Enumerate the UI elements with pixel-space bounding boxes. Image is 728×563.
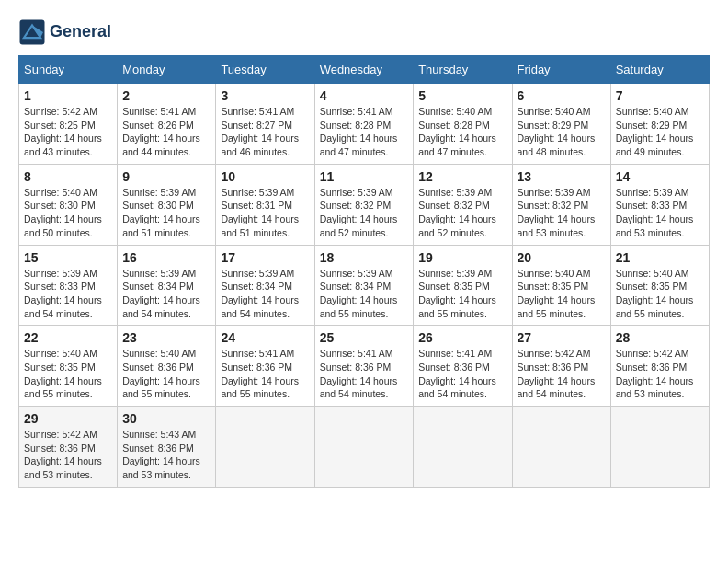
day-info: Sunrise: 5:39 AM Sunset: 8:32 PM Dayligh…	[320, 186, 409, 240]
day-info: Sunrise: 5:39 AM Sunset: 8:32 PM Dayligh…	[418, 186, 506, 240]
calendar-week-4: 22 Sunrise: 5:40 AM Sunset: 8:35 PM Dayl…	[19, 326, 710, 407]
calendar-cell: 14 Sunrise: 5:39 AM Sunset: 8:33 PM Dayl…	[610, 164, 709, 245]
weekday-header-sunday: Sunday	[19, 56, 118, 84]
calendar-cell: 5 Sunrise: 5:40 AM Sunset: 8:28 PM Dayli…	[414, 84, 512, 165]
calendar-cell: 7 Sunrise: 5:40 AM Sunset: 8:29 PM Dayli…	[610, 84, 709, 165]
day-number: 18	[320, 250, 409, 265]
calendar-cell	[314, 407, 414, 488]
calendar-cell: 1 Sunrise: 5:42 AM Sunset: 8:25 PM Dayli…	[19, 84, 118, 165]
day-info: Sunrise: 5:41 AM Sunset: 8:26 PM Dayligh…	[122, 105, 210, 159]
calendar-cell: 29 Sunrise: 5:42 AM Sunset: 8:36 PM Dayl…	[19, 407, 118, 488]
day-info: Sunrise: 5:41 AM Sunset: 8:36 PM Dayligh…	[320, 347, 409, 401]
day-number: 20	[518, 250, 606, 265]
day-number: 2	[122, 88, 210, 103]
day-info: Sunrise: 5:40 AM Sunset: 8:35 PM Dayligh…	[518, 267, 606, 321]
calendar-cell: 19 Sunrise: 5:39 AM Sunset: 8:35 PM Dayl…	[414, 245, 512, 326]
calendar-cell: 30 Sunrise: 5:43 AM Sunset: 8:36 PM Dayl…	[118, 407, 216, 488]
day-info: Sunrise: 5:39 AM Sunset: 8:34 PM Dayligh…	[320, 267, 409, 321]
day-number: 21	[616, 250, 704, 265]
day-number: 11	[320, 169, 409, 184]
calendar-cell: 16 Sunrise: 5:39 AM Sunset: 8:34 PM Dayl…	[118, 245, 216, 326]
day-info: Sunrise: 5:40 AM Sunset: 8:29 PM Dayligh…	[616, 105, 704, 159]
calendar-week-1: 1 Sunrise: 5:42 AM Sunset: 8:25 PM Dayli…	[19, 84, 710, 165]
logo: General	[18, 18, 111, 46]
calendar-cell: 10 Sunrise: 5:39 AM Sunset: 8:31 PM Dayl…	[216, 164, 314, 245]
day-number: 23	[122, 330, 210, 345]
day-number: 14	[616, 169, 704, 184]
weekday-header-saturday: Saturday	[610, 56, 709, 84]
calendar-cell: 11 Sunrise: 5:39 AM Sunset: 8:32 PM Dayl…	[314, 164, 414, 245]
calendar-cell: 22 Sunrise: 5:40 AM Sunset: 8:35 PM Dayl…	[19, 326, 118, 407]
weekday-header-monday: Monday	[118, 56, 216, 84]
calendar-cell: 27 Sunrise: 5:42 AM Sunset: 8:36 PM Dayl…	[512, 326, 610, 407]
day-info: Sunrise: 5:42 AM Sunset: 8:25 PM Dayligh…	[24, 105, 112, 159]
calendar-cell: 8 Sunrise: 5:40 AM Sunset: 8:30 PM Dayli…	[19, 164, 118, 245]
calendar-cell: 12 Sunrise: 5:39 AM Sunset: 8:32 PM Dayl…	[414, 164, 512, 245]
day-number: 9	[122, 169, 210, 184]
day-info: Sunrise: 5:40 AM Sunset: 8:30 PM Dayligh…	[24, 186, 112, 240]
day-number: 30	[122, 411, 210, 426]
calendar-cell: 17 Sunrise: 5:39 AM Sunset: 8:34 PM Dayl…	[216, 245, 314, 326]
day-info: Sunrise: 5:42 AM Sunset: 8:36 PM Dayligh…	[24, 428, 112, 482]
day-number: 19	[418, 250, 506, 265]
day-number: 12	[418, 169, 506, 184]
day-info: Sunrise: 5:39 AM Sunset: 8:32 PM Dayligh…	[518, 186, 606, 240]
logo-text: General	[50, 23, 111, 41]
day-number: 5	[418, 88, 506, 103]
day-info: Sunrise: 5:39 AM Sunset: 8:31 PM Dayligh…	[221, 186, 309, 240]
day-number: 10	[221, 169, 309, 184]
day-number: 1	[24, 88, 112, 103]
weekday-header-friday: Friday	[512, 56, 610, 84]
calendar-cell: 23 Sunrise: 5:40 AM Sunset: 8:36 PM Dayl…	[118, 326, 216, 407]
weekday-header-tuesday: Tuesday	[216, 56, 314, 84]
day-info: Sunrise: 5:42 AM Sunset: 8:36 PM Dayligh…	[518, 347, 606, 401]
day-number: 15	[24, 250, 112, 265]
day-number: 4	[320, 88, 409, 103]
weekday-header-thursday: Thursday	[414, 56, 512, 84]
calendar-table: SundayMondayTuesdayWednesdayThursdayFrid…	[18, 55, 710, 488]
day-info: Sunrise: 5:40 AM Sunset: 8:29 PM Dayligh…	[518, 105, 606, 159]
day-info: Sunrise: 5:40 AM Sunset: 8:35 PM Dayligh…	[24, 347, 112, 401]
calendar-cell: 3 Sunrise: 5:41 AM Sunset: 8:27 PM Dayli…	[216, 84, 314, 165]
day-number: 25	[320, 330, 409, 345]
day-number: 17	[221, 250, 309, 265]
day-number: 24	[221, 330, 309, 345]
day-info: Sunrise: 5:39 AM Sunset: 8:35 PM Dayligh…	[418, 267, 506, 321]
calendar-cell: 24 Sunrise: 5:41 AM Sunset: 8:36 PM Dayl…	[216, 326, 314, 407]
calendar-cell	[512, 407, 610, 488]
calendar-cell: 15 Sunrise: 5:39 AM Sunset: 8:33 PM Dayl…	[19, 245, 118, 326]
day-info: Sunrise: 5:41 AM Sunset: 8:36 PM Dayligh…	[418, 347, 506, 401]
day-number: 8	[24, 169, 112, 184]
day-info: Sunrise: 5:42 AM Sunset: 8:36 PM Dayligh…	[616, 347, 704, 401]
calendar-cell: 20 Sunrise: 5:40 AM Sunset: 8:35 PM Dayl…	[512, 245, 610, 326]
day-info: Sunrise: 5:39 AM Sunset: 8:33 PM Dayligh…	[24, 267, 112, 321]
calendar-cell: 28 Sunrise: 5:42 AM Sunset: 8:36 PM Dayl…	[610, 326, 709, 407]
day-info: Sunrise: 5:39 AM Sunset: 8:30 PM Dayligh…	[122, 186, 210, 240]
day-info: Sunrise: 5:40 AM Sunset: 8:35 PM Dayligh…	[616, 267, 704, 321]
weekday-header-wednesday: Wednesday	[314, 56, 414, 84]
calendar-cell: 21 Sunrise: 5:40 AM Sunset: 8:35 PM Dayl…	[610, 245, 709, 326]
day-number: 7	[616, 88, 704, 103]
calendar-cell: 4 Sunrise: 5:41 AM Sunset: 8:28 PM Dayli…	[314, 84, 414, 165]
day-info: Sunrise: 5:40 AM Sunset: 8:28 PM Dayligh…	[418, 105, 506, 159]
day-info: Sunrise: 5:41 AM Sunset: 8:28 PM Dayligh…	[320, 105, 409, 159]
day-info: Sunrise: 5:43 AM Sunset: 8:36 PM Dayligh…	[122, 428, 210, 482]
day-number: 13	[518, 169, 606, 184]
day-info: Sunrise: 5:39 AM Sunset: 8:34 PM Dayligh…	[122, 267, 210, 321]
calendar-cell: 18 Sunrise: 5:39 AM Sunset: 8:34 PM Dayl…	[314, 245, 414, 326]
calendar-cell	[610, 407, 709, 488]
calendar-week-3: 15 Sunrise: 5:39 AM Sunset: 8:33 PM Dayl…	[19, 245, 710, 326]
day-info: Sunrise: 5:41 AM Sunset: 8:36 PM Dayligh…	[221, 347, 309, 401]
day-number: 22	[24, 330, 112, 345]
day-number: 27	[518, 330, 606, 345]
calendar-week-2: 8 Sunrise: 5:40 AM Sunset: 8:30 PM Dayli…	[19, 164, 710, 245]
calendar-cell: 26 Sunrise: 5:41 AM Sunset: 8:36 PM Dayl…	[414, 326, 512, 407]
day-info: Sunrise: 5:41 AM Sunset: 8:27 PM Dayligh…	[221, 105, 309, 159]
day-number: 3	[221, 88, 309, 103]
calendar-cell	[414, 407, 512, 488]
calendar-week-5: 29 Sunrise: 5:42 AM Sunset: 8:36 PM Dayl…	[19, 407, 710, 488]
page-header: General	[18, 18, 710, 46]
calendar-cell: 2 Sunrise: 5:41 AM Sunset: 8:26 PM Dayli…	[118, 84, 216, 165]
day-number: 29	[24, 411, 112, 426]
day-info: Sunrise: 5:39 AM Sunset: 8:33 PM Dayligh…	[616, 186, 704, 240]
